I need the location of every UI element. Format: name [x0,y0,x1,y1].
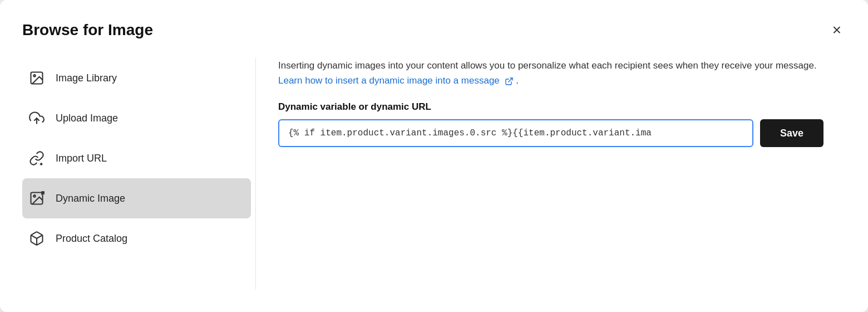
link-plus-icon [28,149,46,167]
dynamic-image-icon [28,189,46,207]
sidebar: Image Library Upload Image [22,58,256,290]
learn-more-link[interactable]: Learn how to insert a dynamic image into… [278,75,516,86]
dynamic-url-section: Dynamic variable or dynamic URL Save [278,101,823,147]
section-label: Dynamic variable or dynamic URL [278,101,823,113]
sidebar-item-upload-image[interactable]: Upload Image [22,98,251,138]
dialog-title: Browse for Image [22,21,153,39]
svg-point-6 [33,195,36,197]
sidebar-item-dynamic-image[interactable]: Dynamic Image [22,178,251,218]
sidebar-item-label-dynamic-image: Dynamic Image [56,193,125,204]
description-paragraph: Inserting dynamic images into your conte… [278,58,823,88]
main-panel: Inserting dynamic images into your conte… [256,58,846,290]
dialog-header: Browse for Image × [22,20,846,40]
sidebar-item-product-catalog[interactable]: Product Catalog [22,218,251,259]
sidebar-item-label-import-url: Import URL [56,153,107,164]
dialog-body: Image Library Upload Image [22,58,846,290]
upload-icon [28,109,46,127]
close-button[interactable]: × [828,20,846,40]
browse-for-image-dialog: Browse for Image × Image Library [0,0,868,312]
input-row: Save [278,119,823,147]
sidebar-item-image-library[interactable]: Image Library [22,58,251,98]
external-link-icon [505,77,514,86]
cube-icon [28,230,46,247]
sidebar-item-label-upload-image: Upload Image [56,113,118,124]
sidebar-item-import-url[interactable]: Import URL [22,138,251,178]
sidebar-item-label-product-catalog: Product Catalog [56,233,127,245]
save-button[interactable]: Save [760,119,823,147]
svg-point-1 [33,75,36,77]
svg-line-9 [508,78,512,82]
image-library-icon [28,69,46,87]
dynamic-url-input[interactable] [278,119,753,147]
sidebar-item-label-image-library: Image Library [56,72,117,84]
